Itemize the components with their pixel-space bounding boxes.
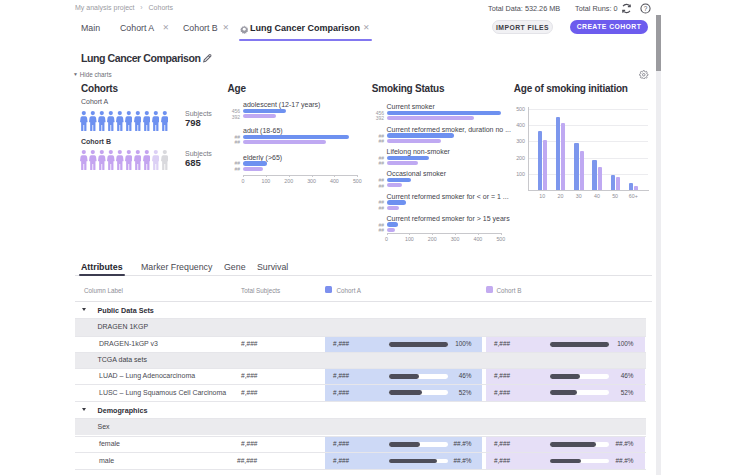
svg-text:?: ? bbox=[644, 4, 648, 11]
